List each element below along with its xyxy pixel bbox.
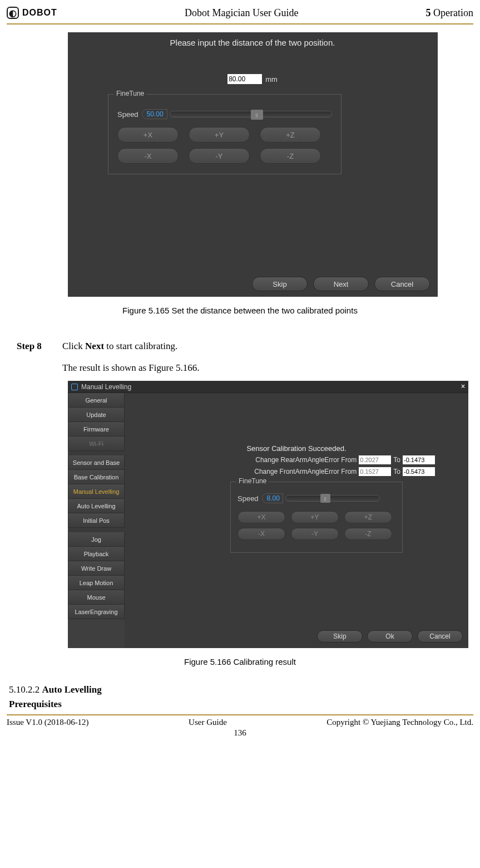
jog-plus-x-button[interactable]: +X: [117, 127, 179, 143]
distance-row: mm: [91, 74, 414, 84]
jog-minus-y-button[interactable]: -Y: [189, 148, 250, 164]
sidebar-item-manual-levelling[interactable]: Manual Levelling: [68, 484, 125, 499]
sidebar-item-sensor-base[interactable]: Sensor and Base: [68, 455, 125, 470]
sidebar-item-leap-motion[interactable]: Leap Motion: [68, 576, 125, 590]
jog-plus-y-button[interactable]: +Y: [291, 511, 339, 523]
speed-value: 50.00: [142, 109, 167, 119]
skip-button[interactable]: Skip: [252, 277, 308, 291]
rear-to-field[interactable]: [403, 455, 435, 464]
to-label: To: [393, 468, 400, 475]
page-footer: Issue V1.0 (2018-06-12) User Guide Copyr…: [7, 714, 473, 727]
sidebar-item-auto-levelling[interactable]: Auto Levelling: [68, 499, 125, 513]
step-body: Click Next to start calibrating.: [62, 337, 177, 355]
jog-plus-z-button[interactable]: +Z: [260, 127, 321, 143]
doc-title: Dobot Magician User Guide: [57, 7, 426, 19]
page-number: 136: [7, 728, 473, 738]
finetune-group: FineTune Speed 8.00 || +X +Y +Z: [230, 482, 403, 553]
cancel-button[interactable]: Cancel: [374, 277, 430, 291]
rear-from-field: [359, 455, 391, 464]
settings-sidebar: General Update Firmware Wi-Fi Sensor and…: [68, 393, 125, 648]
success-message: Sensor Calibration Succeeded.: [125, 444, 468, 453]
step-label: Step 8: [17, 341, 62, 352]
sidebar-item-laser-engraving[interactable]: LaserEngraving: [68, 605, 125, 619]
close-icon[interactable]: ×: [461, 382, 465, 390]
distance-unit: mm: [265, 75, 278, 84]
front-to-field[interactable]: [403, 467, 435, 476]
finetune-legend: FineTune: [114, 90, 146, 97]
sidebar-item-wifi[interactable]: Wi-Fi: [68, 437, 125, 451]
jog-row-plus: +X +Y +Z: [237, 511, 395, 523]
footer-right: Copyright © Yuejiang Technology Co., Ltd…: [326, 718, 473, 727]
jog-plus-y-button[interactable]: +Y: [189, 127, 250, 143]
jog-minus-z-button[interactable]: -Z: [260, 148, 321, 164]
front-arm-row: Change FrontArmAngleError From To: [125, 467, 435, 476]
figure-165-window: Please input the distance of the two pos…: [68, 32, 438, 297]
dialog-prompt: Please input the distance of the two pos…: [91, 38, 414, 47]
section-heading: 5.10.2.2 Auto Levelling: [9, 684, 473, 695]
speed-row: Speed 8.00 ||: [237, 493, 395, 503]
step-8: Step 8 Click Next to start calibrating.: [17, 337, 473, 355]
jog-minus-x-button[interactable]: -X: [237, 528, 285, 540]
to-label: To: [393, 456, 400, 464]
speed-label: Speed: [237, 494, 259, 503]
footer-center: User Guide: [189, 718, 227, 727]
finetune-group: FineTune Speed 50.00 || +X +Y +Z: [108, 94, 342, 174]
page-header: ◐ DOBOT Dobot Magician User Guide 5 Oper…: [7, 6, 473, 21]
speed-slider[interactable]: ||: [170, 111, 332, 117]
jog-row-minus: -X -Y -Z: [237, 528, 395, 540]
distance-input[interactable]: [227, 74, 262, 84]
jog-plus-z-button[interactable]: +Z: [344, 511, 392, 523]
sidebar-item-playback[interactable]: Playback: [68, 547, 125, 561]
distance-dialog: Please input the distance of the two pos…: [86, 33, 419, 181]
front-from-field: [359, 467, 391, 476]
next-button[interactable]: Next: [313, 277, 369, 291]
logo-icon: ◐: [7, 7, 19, 19]
speed-label: Speed: [117, 110, 138, 119]
jog-minus-x-button[interactable]: -X: [117, 148, 179, 164]
slider-thumb[interactable]: ||: [320, 494, 330, 503]
step-line2: The result is shown as Figure 5.166.: [62, 359, 473, 377]
figure-165-caption: Figure 5.165 Set the distance between th…: [7, 306, 473, 315]
main-pane: Sensor Calibration Succeeded. Change Rea…: [125, 393, 468, 648]
sidebar-item-general[interactable]: General: [68, 393, 125, 408]
slider-thumb[interactable]: ||: [251, 110, 263, 120]
sidebar-item-mouse[interactable]: Mouse: [68, 590, 125, 605]
section-indicator: 5 Operation: [426, 7, 473, 19]
window-title: Manual Levelling: [81, 383, 131, 391]
speed-slider[interactable]: ||: [285, 495, 380, 502]
jog-row-plus: +X +Y +Z: [117, 127, 332, 143]
sidebar-item-base-calibration[interactable]: Base Calibration: [68, 470, 125, 484]
sidebar-item-jog[interactable]: Jog: [68, 532, 125, 547]
rear-arm-row: Change RearArmAngleError From To: [125, 455, 435, 464]
figure-166-window: Manual Levelling × General Update Firmwa…: [68, 381, 468, 648]
sidebar-item-initial-pos[interactable]: Initial Pos: [68, 513, 125, 528]
skip-button[interactable]: Skip: [317, 630, 363, 643]
dialog-footer: Skip Ok Cancel: [317, 630, 463, 643]
sidebar-item-write-draw[interactable]: Write Draw: [68, 561, 125, 576]
logo: ◐ DOBOT: [7, 7, 57, 19]
logo-text: DOBOT: [22, 8, 57, 18]
jog-minus-y-button[interactable]: -Y: [291, 528, 339, 540]
front-label: Change FrontArmAngleError From: [254, 468, 357, 475]
ok-button[interactable]: Ok: [367, 630, 413, 643]
app-icon: [71, 384, 78, 390]
prerequisites-heading: Prerequisites: [9, 699, 473, 710]
sidebar-item-firmware[interactable]: Firmware: [68, 422, 125, 437]
rear-label: Change RearArmAngleError From: [255, 456, 357, 464]
figure-166-caption: Figure 5.166 Calibrating result: [7, 657, 473, 666]
dialog-footer: Skip Next Cancel: [252, 277, 430, 291]
cancel-button[interactable]: Cancel: [417, 630, 463, 643]
sidebar-gap: [68, 528, 125, 532]
footer-left: Issue V1.0 (2018-06-12): [7, 718, 89, 727]
jog-minus-z-button[interactable]: -Z: [344, 528, 392, 540]
window-titlebar: Manual Levelling ×: [68, 381, 468, 393]
jog-row-minus: -X -Y -Z: [117, 148, 332, 164]
speed-row: Speed 50.00 ||: [117, 109, 332, 119]
speed-value: 8.00: [262, 493, 283, 503]
sidebar-gap: [68, 451, 125, 455]
finetune-legend: FineTune: [236, 477, 269, 485]
sidebar-item-update[interactable]: Update: [68, 408, 125, 422]
jog-plus-x-button[interactable]: +X: [237, 511, 285, 523]
